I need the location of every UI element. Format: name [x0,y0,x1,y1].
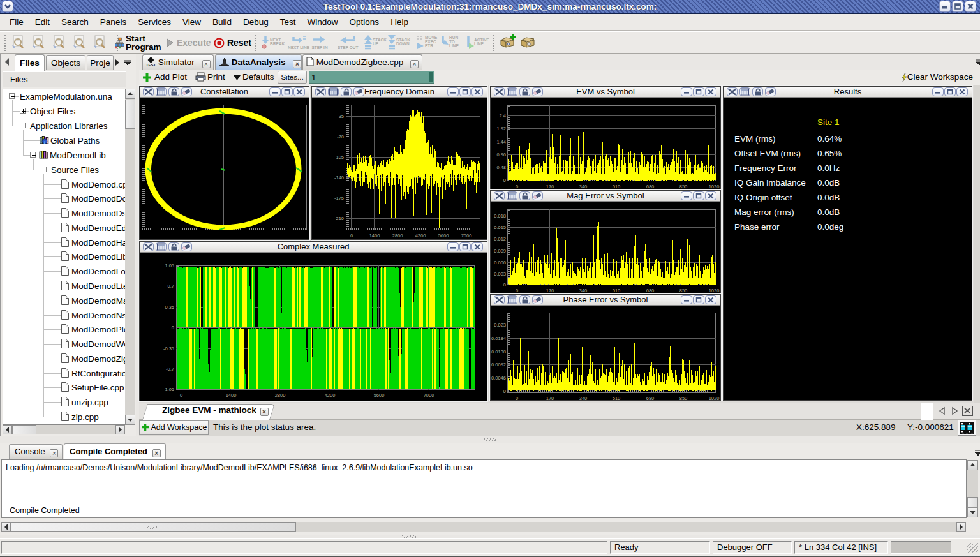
svg-text:TEST: TEST [146,63,156,67]
svg-text:i: i [44,139,45,145]
